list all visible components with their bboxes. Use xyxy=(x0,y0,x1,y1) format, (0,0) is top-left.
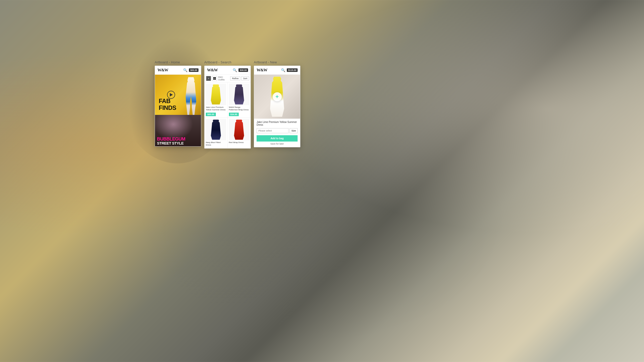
search-toolbar: ≡ 550+ Outfits Refine Sort xyxy=(205,75,251,82)
product-name-2: W&W Range Patterned Wrap Dress xyxy=(229,106,250,111)
artboard-search-label: Artboard - Search xyxy=(204,60,231,64)
figure-body xyxy=(182,77,200,115)
add-overlay-button[interactable]: + xyxy=(273,92,282,101)
hero-title-line1: FAB xyxy=(159,98,176,104)
background-overlay xyxy=(0,0,644,362)
new-header-icons: 🔍 $115.00 xyxy=(281,68,298,72)
cart-badge-home[interactable]: $00.00 xyxy=(189,68,198,72)
list-view-icon: ≡ xyxy=(208,77,209,80)
product-card-2: W&W Range Patterned Wrap Dress $34.95 xyxy=(228,82,251,118)
product-card-4: Red Wrap Dress xyxy=(228,118,251,148)
sort-button[interactable]: Sort xyxy=(241,76,249,80)
search-header: W&W 🔍 $30.00 xyxy=(205,66,251,75)
play-triangle-icon xyxy=(170,93,173,97)
size-button[interactable]: Size xyxy=(290,128,298,133)
bubblegum-title: BUBBLEGUM xyxy=(157,137,185,141)
product-name-1: Jake Lime Premium Yellow Summer Dress xyxy=(206,106,226,111)
refine-button[interactable]: Refine xyxy=(230,76,240,80)
new-logo: W&W xyxy=(257,68,267,72)
add-to-bag-button[interactable]: Add to bag xyxy=(257,135,298,142)
grid-view-button[interactable] xyxy=(212,76,217,81)
product-name-4: Red Wrap Dress xyxy=(229,141,250,144)
search-icon-2[interactable]: 🔍 xyxy=(233,68,237,72)
product-card-1: Jake Lime Premium Yellow Summer Dress $8… xyxy=(205,82,228,118)
cart-badge-search[interactable]: $30.00 xyxy=(238,68,248,72)
size-input[interactable] xyxy=(257,128,289,133)
save-for-later-link[interactable]: Save for later xyxy=(257,143,298,145)
fashion-figure xyxy=(182,77,200,115)
artboard-new: Artboard - New W&W 🔍 $115.00 + Jake Lime… xyxy=(254,60,300,147)
grid-view-icon xyxy=(213,77,216,80)
product-detail-image: + xyxy=(254,75,300,119)
dress-dark-icon xyxy=(233,84,245,105)
bubblegum-text: BUBBLEGUM STREET STYLE xyxy=(157,137,185,145)
search-icon-3[interactable]: 🔍 xyxy=(281,68,285,72)
fab-finds-text: FAB FINDS xyxy=(159,98,176,111)
cart-badge-new[interactable]: $115.00 xyxy=(287,68,298,72)
artboard-search: Artboard - Search W&W 🔍 $30.00 ≡ xyxy=(204,60,251,149)
size-selector: Size xyxy=(257,128,298,133)
product-card-3: Navy Blue Fitted Dress xyxy=(205,118,228,148)
search-header-icons: 🔍 $30.00 xyxy=(233,68,248,72)
product-name-3: Navy Blue Fitted Dress xyxy=(206,141,226,146)
hero-bubblegum: BUBBLEGUM STREET STYLE xyxy=(155,115,201,146)
home-header: W&W 🔍 $00.00 xyxy=(155,66,201,75)
product-detail-info: Jake Lime Premium Yellow Summer Dress Si… xyxy=(254,119,300,147)
product-image-4 xyxy=(229,119,250,140)
home-header-icons: 🔍 $00.00 xyxy=(183,68,198,72)
artboards-container: Artboard - Home W&W 🔍 $00.00 xyxy=(155,60,300,149)
home-logo: W&W xyxy=(157,68,168,72)
search-logo: W&W xyxy=(207,68,218,72)
detail-product-name: Jake Lime Premium Yellow Summer Dress xyxy=(257,121,298,126)
search-icon[interactable]: 🔍 xyxy=(183,68,187,72)
artboard-home: Artboard - Home W&W 🔍 $00.00 xyxy=(155,60,201,147)
hero-title-line2: FINDS xyxy=(159,105,176,111)
artboard-home-label: Artboard - Home xyxy=(155,60,180,64)
dress-red-icon xyxy=(233,120,245,140)
search-screen: W&W 🔍 $30.00 ≡ 550+ Outfits Refine xyxy=(204,66,251,149)
product-image-1 xyxy=(206,84,226,105)
product-grid: Jake Lime Premium Yellow Summer Dress $8… xyxy=(205,82,251,148)
artboard-new-label: Artboard - New xyxy=(254,60,277,64)
new-header: W&W 🔍 $115.00 xyxy=(254,66,300,75)
outfit-count: 550+ Outfits xyxy=(218,76,229,81)
product-price-1[interactable]: $85.00 xyxy=(206,113,216,116)
street-style-title: STREET STYLE xyxy=(157,141,185,145)
dress-navy-icon xyxy=(210,120,222,140)
home-screen: W&W 🔍 $00.00 FAB FINDS xyxy=(155,66,201,147)
product-image-3 xyxy=(206,119,226,140)
new-screen: W&W 🔍 $115.00 + Jake Lime Premium Yellow… xyxy=(254,66,300,147)
hero-fab-finds: FAB FINDS xyxy=(155,75,201,115)
product-price-2[interactable]: $34.95 xyxy=(229,113,239,116)
list-view-button[interactable]: ≡ xyxy=(206,76,211,81)
dress-yellow-icon xyxy=(210,84,222,105)
product-image-2 xyxy=(229,84,250,105)
